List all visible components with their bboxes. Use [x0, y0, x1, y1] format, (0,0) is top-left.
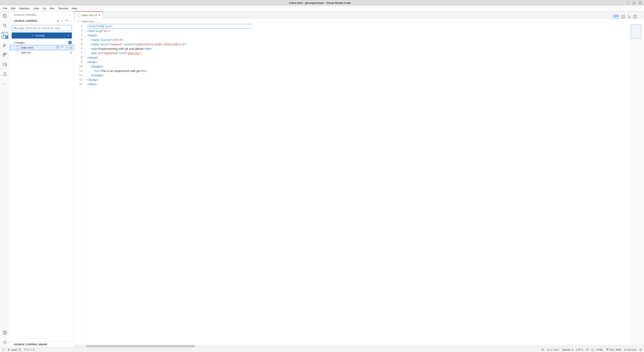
close-window-button[interactable]: ✕: [638, 1, 642, 5]
code-line[interactable]: <h1>This is an experiment with git</h1>: [87, 69, 644, 73]
go-live-button[interactable]: Go Live: [624, 348, 636, 351]
commit-check-icon[interactable]: ✓: [61, 19, 64, 23]
file-name: index.html: [21, 46, 33, 49]
title-bar: index.html - git-experiment - Visual Stu…: [0, 0, 644, 6]
code-line[interactable]: <meta charset="UTF-8">: [87, 38, 644, 42]
code-line[interactable]: </head>: [87, 55, 644, 60]
remote-explorer-icon[interactable]: [2, 62, 8, 67]
testing-icon[interactable]: [2, 71, 8, 77]
tab-index-html[interactable]: index.html U ✕: [75, 11, 103, 19]
file-row[interactable]: style.css U: [10, 50, 74, 55]
language-mode[interactable]: { } HTML: [592, 348, 603, 351]
menu-item-view[interactable]: View: [32, 6, 41, 11]
code-line[interactable]: <title>Experimenting with git and github…: [87, 47, 644, 51]
commit-dropdown-button[interactable]: [64, 33, 72, 39]
editor-area: index.html U ✕ PHP ···: [74, 12, 644, 347]
eol[interactable]: LF: [586, 348, 589, 351]
menu-item-go[interactable]: Go: [41, 6, 48, 11]
svg-line-33: [543, 350, 544, 350]
scm-graph-section[interactable]: ⌄ SOURCE CONTROL GRAPH: [10, 341, 74, 347]
remote-indicator[interactable]: [2, 348, 5, 351]
svg-point-5: [3, 36, 4, 37]
svg-point-37: [625, 349, 626, 350]
split-right-icon[interactable]: [633, 15, 637, 19]
stage-plus-icon[interactable]: ＋: [66, 46, 68, 49]
run-debug-icon[interactable]: [2, 42, 8, 48]
code-line[interactable]: <head>: [87, 33, 644, 38]
cursor-position[interactable]: Ln 1, Col 1: [547, 348, 559, 351]
zoom-indicator[interactable]: [541, 348, 544, 351]
branch-indicator[interactable]: main*: [8, 348, 21, 351]
file-icon: [78, 20, 80, 23]
sidebar-header-more-icon[interactable]: ···: [69, 13, 72, 17]
code-line[interactable]: <html lang="en">: [87, 29, 644, 33]
chevron-down-icon: ⌄: [11, 20, 14, 23]
status-badge: U: [70, 51, 72, 54]
discard-icon[interactable]: [61, 46, 64, 49]
scrollbar-horizontal[interactable]: [74, 345, 644, 347]
menu-item-selection[interactable]: Selection: [17, 6, 32, 11]
refresh-icon[interactable]: [65, 19, 68, 23]
compare-changes-icon[interactable]: [627, 15, 631, 19]
view-tree-icon[interactable]: [56, 19, 59, 23]
commit-button[interactable]: ✓Commit: [12, 33, 64, 39]
menu-item-run[interactable]: Run: [48, 6, 56, 11]
svg-rect-10: [5, 53, 6, 54]
tab-bar: index.html U ✕ PHP ···: [74, 12, 644, 19]
editor-body[interactable]: 1234567891011121314 <!DOCTYPE html><html…: [74, 24, 644, 345]
problems-indicator[interactable]: ⓧ0 ⚠0: [24, 348, 34, 351]
php-badge-icon[interactable]: PHP: [613, 15, 619, 19]
scm-repo-section[interactable]: ⌄ SOURCE CONTROL ✓ ···: [10, 18, 74, 23]
scm-more-icon[interactable]: ···: [70, 19, 72, 23]
notifications-icon[interactable]: [639, 348, 642, 351]
file-icon: [78, 14, 80, 17]
accounts-icon[interactable]: [2, 330, 8, 335]
minimize-button[interactable]: –: [626, 1, 630, 5]
code-line[interactable]: <header>: [87, 64, 644, 69]
menu-item-edit[interactable]: Edit: [9, 6, 17, 11]
code-line[interactable]: <meta name="viewport" content="width=dev…: [87, 42, 644, 47]
error-icon: ⓧ: [24, 348, 27, 351]
commit-button-label: Commit: [35, 34, 45, 37]
svg-rect-21: [56, 46, 58, 48]
code-line[interactable]: <link rel="stylesheet" href="style.css">: [87, 51, 644, 55]
svg-point-13: [5, 65, 6, 66]
source-control-icon[interactable]: 2: [2, 33, 8, 38]
code-line[interactable]: <!DOCTYPE html>: [87, 24, 252, 29]
maximize-button[interactable]: ▢: [632, 1, 636, 5]
port-indicator[interactable]: Port: 3000: [606, 348, 621, 351]
settings-gear-icon[interactable]: [2, 339, 8, 345]
minimap[interactable]: [630, 24, 644, 345]
changes-label: Changes: [14, 41, 24, 44]
search-icon[interactable]: [2, 23, 8, 29]
svg-point-4: [3, 34, 4, 35]
file-row[interactable]: index.html ＋ U: [10, 45, 74, 50]
svg-line-3: [5, 26, 6, 27]
code-line[interactable]: </html>: [87, 82, 644, 86]
code-line[interactable]: <body>: [87, 60, 644, 64]
commit-message-input[interactable]: [12, 25, 72, 31]
split-down-icon[interactable]: [621, 15, 625, 19]
more-icon[interactable]: ···: [2, 81, 8, 86]
svg-point-30: [8, 350, 8, 350]
code-line[interactable]: </body>: [87, 78, 644, 82]
indentation[interactable]: Spaces: 4: [562, 348, 573, 351]
menu-item-help[interactable]: Help: [70, 6, 79, 11]
tab-status: U: [95, 14, 97, 17]
code-line[interactable]: </header>: [87, 73, 644, 78]
chevron-down-icon: ⌄: [11, 41, 14, 44]
tab-close-icon[interactable]: ✕: [98, 14, 100, 17]
sync-icon[interactable]: [18, 348, 21, 351]
breadcrumb[interactable]: index.html › …: [74, 19, 644, 24]
menu-item-file[interactable]: File: [1, 6, 9, 11]
menu-item-terminal[interactable]: Terminal: [56, 6, 70, 11]
svg-point-25: [628, 15, 628, 16]
explorer-icon[interactable]: [2, 13, 8, 19]
open-file-icon[interactable]: [56, 46, 59, 49]
changes-section[interactable]: ⌄ Changes 2: [10, 40, 74, 45]
extensions-icon[interactable]: [2, 52, 8, 58]
encoding[interactable]: UTF-8: [576, 348, 583, 351]
editor-more-icon[interactable]: ···: [639, 15, 642, 19]
file-icon: [16, 46, 20, 49]
status-badge: U: [70, 46, 72, 49]
